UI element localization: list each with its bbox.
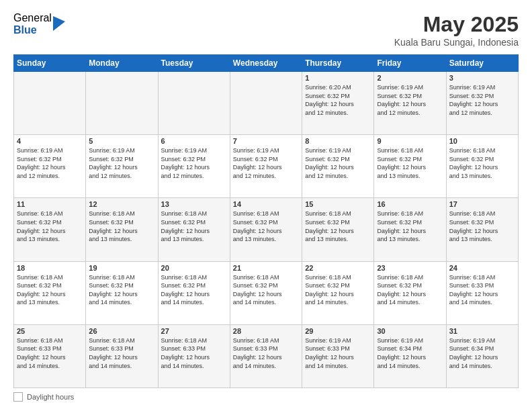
calendar-cell: 1Sunrise: 6:20 AM Sunset: 6:32 PM Daylig… [302,72,374,135]
day-info: Sunrise: 6:18 AM Sunset: 6:32 PM Dayligh… [377,146,443,180]
day-info: Sunrise: 6:18 AM Sunset: 6:32 PM Dayligh… [233,273,299,307]
calendar-table: Sunday Monday Tuesday Wednesday Thursday… [13,54,519,388]
day-number: 20 [161,264,227,272]
day-info: Sunrise: 6:18 AM Sunset: 6:32 PM Dayligh… [89,273,154,307]
day-number: 27 [161,327,227,335]
calendar-cell: 29Sunrise: 6:19 AM Sunset: 6:33 PM Dayli… [302,324,374,387]
svg-marker-0 [53,16,65,31]
calendar-cell [14,72,86,135]
day-info: Sunrise: 6:18 AM Sunset: 6:32 PM Dayligh… [449,210,515,243]
calendar-cell: 28Sunrise: 6:18 AM Sunset: 6:33 PM Dayli… [230,324,302,387]
calendar-week-row-4: 18Sunrise: 6:18 AM Sunset: 6:32 PM Dayli… [14,261,519,324]
day-info: Sunrise: 6:18 AM Sunset: 6:33 PM Dayligh… [17,336,83,370]
logo-text: General Blue [13,12,52,36]
day-number: 30 [377,327,443,335]
day-number: 2 [377,74,443,82]
day-info: Sunrise: 6:18 AM Sunset: 6:32 PM Dayligh… [89,210,154,243]
day-info: Sunrise: 6:19 AM Sunset: 6:32 PM Dayligh… [17,146,83,180]
day-number: 29 [305,327,371,335]
calendar-cell: 13Sunrise: 6:18 AM Sunset: 6:32 PM Dayli… [158,198,230,261]
calendar-cell: 16Sunrise: 6:18 AM Sunset: 6:32 PM Dayli… [374,198,446,261]
day-info: Sunrise: 6:18 AM Sunset: 6:32 PM Dayligh… [377,273,443,307]
calendar-cell: 19Sunrise: 6:18 AM Sunset: 6:32 PM Dayli… [86,261,158,324]
day-info: Sunrise: 6:18 AM Sunset: 6:32 PM Dayligh… [161,273,227,307]
day-number: 26 [89,327,154,335]
day-number: 1 [305,74,371,82]
page: General Blue May 2025 Kuala Baru Sungai,… [0,0,532,411]
day-number: 7 [233,137,299,145]
day-info: Sunrise: 6:19 AM Sunset: 6:32 PM Dayligh… [89,146,154,180]
calendar-cell: 20Sunrise: 6:18 AM Sunset: 6:32 PM Dayli… [158,261,230,324]
day-info: Sunrise: 6:18 AM Sunset: 6:32 PM Dayligh… [449,146,515,180]
day-number: 8 [305,137,371,145]
calendar-cell: 17Sunrise: 6:18 AM Sunset: 6:32 PM Dayli… [446,198,518,261]
day-number: 28 [233,327,299,335]
col-header-tuesday: Tuesday [158,55,230,72]
day-info: Sunrise: 6:19 AM Sunset: 6:33 PM Dayligh… [305,336,371,370]
logo-general: General [13,12,52,24]
calendar-cell: 31Sunrise: 6:19 AM Sunset: 6:34 PM Dayli… [446,324,518,387]
calendar-week-row-1: 1Sunrise: 6:20 AM Sunset: 6:32 PM Daylig… [14,72,519,135]
col-header-sunday: Sunday [14,55,86,72]
calendar-cell: 18Sunrise: 6:18 AM Sunset: 6:32 PM Dayli… [14,261,86,324]
day-number: 21 [233,264,299,272]
day-info: Sunrise: 6:18 AM Sunset: 6:32 PM Dayligh… [17,210,83,243]
calendar-cell [158,72,230,135]
day-number: 11 [17,200,83,208]
col-header-thursday: Thursday [302,55,374,72]
day-number: 17 [449,200,515,208]
logo-icon [53,16,65,31]
day-number: 6 [161,137,227,145]
calendar-cell: 21Sunrise: 6:18 AM Sunset: 6:32 PM Dayli… [230,261,302,324]
calendar-cell: 25Sunrise: 6:18 AM Sunset: 6:33 PM Dayli… [14,324,86,387]
location-subtitle: Kuala Baru Sungai, Indonesia [394,37,519,48]
day-info: Sunrise: 6:18 AM Sunset: 6:33 PM Dayligh… [161,336,227,370]
day-number: 5 [89,137,154,145]
title-section: May 2025 Kuala Baru Sungai, Indonesia [394,12,519,48]
day-info: Sunrise: 6:19 AM Sunset: 6:34 PM Dayligh… [449,336,515,370]
col-header-saturday: Saturday [446,55,518,72]
month-year-title: May 2025 [394,12,519,37]
day-info: Sunrise: 6:20 AM Sunset: 6:32 PM Dayligh… [305,83,371,117]
col-header-friday: Friday [374,55,446,72]
calendar-header-row: Sunday Monday Tuesday Wednesday Thursday… [14,55,519,72]
logo: General Blue [13,12,65,36]
calendar-cell: 12Sunrise: 6:18 AM Sunset: 6:32 PM Dayli… [86,198,158,261]
day-number: 3 [449,74,515,82]
header: General Blue May 2025 Kuala Baru Sungai,… [13,12,519,48]
day-number: 12 [89,200,154,208]
day-number: 19 [89,264,154,272]
day-number: 18 [17,264,83,272]
day-info: Sunrise: 6:18 AM Sunset: 6:33 PM Dayligh… [89,336,154,370]
day-info: Sunrise: 6:18 AM Sunset: 6:33 PM Dayligh… [449,273,515,307]
day-info: Sunrise: 6:18 AM Sunset: 6:32 PM Dayligh… [377,210,443,243]
col-header-wednesday: Wednesday [230,55,302,72]
calendar-cell: 9Sunrise: 6:18 AM Sunset: 6:32 PM Daylig… [374,135,446,198]
footer: Daylight hours [13,392,519,402]
logo-blue: Blue [13,24,52,36]
day-number: 13 [161,200,227,208]
day-info: Sunrise: 6:18 AM Sunset: 6:33 PM Dayligh… [233,336,299,370]
calendar-cell: 11Sunrise: 6:18 AM Sunset: 6:32 PM Dayli… [14,198,86,261]
day-number: 15 [305,200,371,208]
calendar-week-row-5: 25Sunrise: 6:18 AM Sunset: 6:33 PM Dayli… [14,324,519,387]
day-number: 23 [377,264,443,272]
day-number: 24 [449,264,515,272]
calendar-cell [230,72,302,135]
day-number: 22 [305,264,371,272]
calendar-cell: 10Sunrise: 6:18 AM Sunset: 6:32 PM Dayli… [446,135,518,198]
calendar-cell: 22Sunrise: 6:18 AM Sunset: 6:32 PM Dayli… [302,261,374,324]
calendar-cell: 23Sunrise: 6:18 AM Sunset: 6:32 PM Dayli… [374,261,446,324]
day-info: Sunrise: 6:19 AM Sunset: 6:34 PM Dayligh… [377,336,443,370]
daylight-label: Daylight hours [27,393,74,401]
day-number: 14 [233,200,299,208]
calendar-cell: 7Sunrise: 6:19 AM Sunset: 6:32 PM Daylig… [230,135,302,198]
day-info: Sunrise: 6:19 AM Sunset: 6:32 PM Dayligh… [449,83,515,117]
day-info: Sunrise: 6:18 AM Sunset: 6:32 PM Dayligh… [305,273,371,307]
calendar-week-row-2: 4Sunrise: 6:19 AM Sunset: 6:32 PM Daylig… [14,135,519,198]
day-info: Sunrise: 6:19 AM Sunset: 6:32 PM Dayligh… [233,146,299,180]
day-number: 31 [449,327,515,335]
calendar-cell: 2Sunrise: 6:19 AM Sunset: 6:32 PM Daylig… [374,72,446,135]
calendar-cell: 4Sunrise: 6:19 AM Sunset: 6:32 PM Daylig… [14,135,86,198]
day-info: Sunrise: 6:19 AM Sunset: 6:32 PM Dayligh… [377,83,443,117]
